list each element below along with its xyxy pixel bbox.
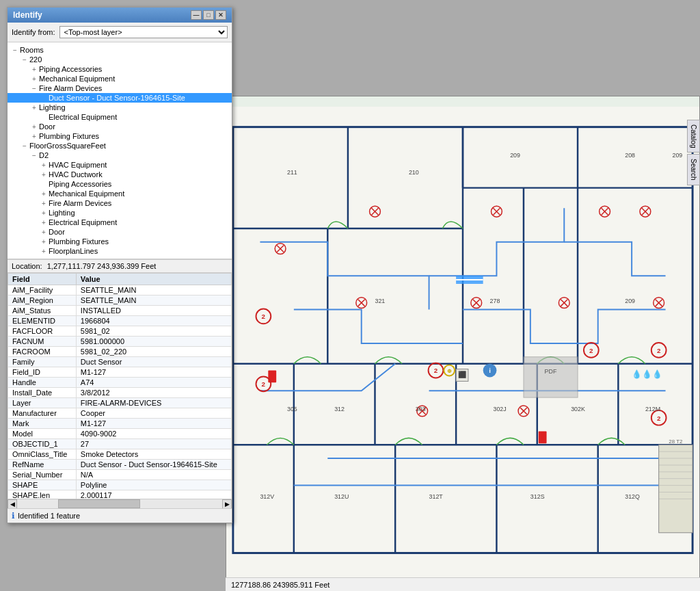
tree-item-piping-acc[interactable]: +Piping Accessories xyxy=(8,64,232,74)
panel-titlebar: Identify — □ ✕ xyxy=(8,8,232,23)
scroll-thumb[interactable] xyxy=(58,499,140,508)
titlebar-controls: — □ ✕ xyxy=(191,10,226,20)
table-row: AiM_RegionSEATTLE_MAIN xyxy=(8,296,232,306)
tree-item-d2[interactable]: −D2 xyxy=(8,150,232,160)
svg-rect-55 xyxy=(539,432,547,444)
svg-text:303: 303 xyxy=(416,406,426,412)
table-row: MarkM1-127 xyxy=(8,419,232,429)
identify-from-label: Identify from: xyxy=(12,28,55,36)
tree-item-mech-equip[interactable]: +Mechanical Equipment xyxy=(8,74,232,83)
svg-text:211: 211 xyxy=(287,169,297,176)
svg-text:302K: 302K xyxy=(571,406,585,412)
table-row: Serial_NumberN/A xyxy=(8,470,232,480)
svg-text:212M: 212M xyxy=(645,406,660,412)
table-row: SHAPEPolyline xyxy=(8,480,232,490)
table-row: Field_IDM1-127 xyxy=(8,367,232,378)
tree-item-lighting[interactable]: +Lighting xyxy=(8,103,232,112)
location-label: Location: xyxy=(12,262,42,270)
svg-text:i: i xyxy=(489,367,491,374)
table-row: RefNameDuct Sensor - Duct Sensor-1964615… xyxy=(8,460,232,470)
catalog-tab[interactable]: Catalog xyxy=(687,120,700,153)
svg-text:312U: 312U xyxy=(334,493,349,500)
table-row: Model4090-9002 xyxy=(8,429,232,439)
maximize-button[interactable]: □ xyxy=(203,10,214,20)
tree-item-fire-alarm[interactable]: −Fire Alarm Devices xyxy=(8,83,232,93)
location-value: 1,277,111.797 243,936.399 Feet xyxy=(47,262,157,270)
tree-item-elec-equip[interactable]: Electrical Equipment xyxy=(8,112,232,122)
table-row: AiM_FacilitySEATTLE_MAIN xyxy=(8,285,232,296)
attributes-panel: Field Value AiM_FacilitySEATTLE_MAINAiM_… xyxy=(8,273,232,508)
tree-item-plumbing[interactable]: +Plumbing Fixtures xyxy=(8,131,232,141)
svg-text:208: 208 xyxy=(625,152,635,159)
tree-item-door2[interactable]: +Door xyxy=(8,227,232,237)
scroll-track[interactable] xyxy=(17,499,222,508)
svg-text:312T: 312T xyxy=(429,493,444,500)
svg-text:⊕: ⊕ xyxy=(447,368,452,374)
svg-text:💧: 💧 xyxy=(642,369,652,379)
svg-text:209: 209 xyxy=(672,152,682,159)
panel-title: Identify xyxy=(13,10,42,20)
tree-item-hvac-equip[interactable]: +HVAC Equipment xyxy=(8,160,232,170)
side-tabs: Catalog Search xyxy=(687,120,700,187)
svg-text:2: 2 xyxy=(262,380,266,388)
identify-from-row: Identify from: <Top-most layer> xyxy=(8,23,232,42)
identify-from-select[interactable]: <Top-most layer> xyxy=(59,26,228,38)
location-bar: Location: 1,277,111.797 243,936.399 Feet xyxy=(8,259,232,273)
attributes-table: Field Value AiM_FacilitySEATTLE_MAINAiM_… xyxy=(8,273,232,499)
search-tab[interactable]: Search xyxy=(687,154,700,185)
table-row: ManufacturerCooper xyxy=(8,408,232,419)
status-text: Identified 1 feature xyxy=(18,512,80,520)
tree-item-mech-equip2[interactable]: +Mechanical Equipment xyxy=(8,189,232,198)
minimize-button[interactable]: — xyxy=(191,10,202,20)
table-row: OBJECTID_127 xyxy=(8,439,232,449)
table-row: SHAPE.len2.000117 xyxy=(8,490,232,499)
tree-item-duct-sensor[interactable]: Duct Sensor - Duct Sensor-1964615-Site xyxy=(8,93,232,103)
scroll-left-btn[interactable]: ◀ xyxy=(8,499,17,509)
svg-text:312: 312 xyxy=(334,406,345,412)
svg-text:2: 2 xyxy=(657,347,661,354)
map-window[interactable]: 2 2 2 2 2 2 ⊕ i 💧 💧 💧 PDF 211 xyxy=(226,96,700,591)
tree-item-plumbing2[interactable]: +Plumbing Fixtures xyxy=(8,237,232,246)
status-bar: ℹ Identified 1 feature xyxy=(8,508,232,523)
tree-item-piping-acc2[interactable]: Piping Accessories xyxy=(8,179,232,189)
tree-item-floorplan[interactable]: +FloorplanLines xyxy=(8,246,232,256)
svg-text:2: 2 xyxy=(657,415,661,422)
svg-text:302J: 302J xyxy=(493,406,506,412)
table-row: FamilyDuct Sensor xyxy=(8,357,232,367)
table-row: Install_Date3/8/2012 xyxy=(8,388,232,398)
svg-text:⬛: ⬛ xyxy=(458,370,467,379)
tree-item-door[interactable]: +Door xyxy=(8,122,232,131)
tree-item-rooms[interactable]: −Rooms xyxy=(8,45,232,55)
close-button[interactable]: ✕ xyxy=(215,10,226,20)
tree-item-fire-alarm2[interactable]: +Fire Alarm Devices xyxy=(8,198,232,208)
coord-bar: 1277188.86 243985.911 Feet xyxy=(226,577,700,591)
svg-text:321: 321 xyxy=(375,298,385,304)
svg-text:PDF: PDF xyxy=(545,368,557,375)
svg-text:2: 2 xyxy=(262,313,266,320)
attr-scrollbar-h[interactable]: ◀ ▶ xyxy=(8,499,232,508)
tree-item-hvac-duct[interactable]: +HVAC Ductwork xyxy=(8,170,232,179)
svg-text:210: 210 xyxy=(409,169,419,176)
tree-panel: −Rooms−220+Piping Accessories+Mechanical… xyxy=(8,42,232,259)
identify-panel: Identify — □ ✕ Identify from: <Top-most … xyxy=(7,7,232,523)
tree-item-lighting2[interactable]: +Lighting xyxy=(8,208,232,218)
table-row: FACFLOOR5981_02 xyxy=(8,326,232,337)
svg-text:2: 2 xyxy=(434,367,438,374)
tree-item-220[interactable]: −220 xyxy=(8,55,232,64)
col-value: Value xyxy=(76,274,231,285)
tree-item-floor-gross[interactable]: −FloorGrossSquareFeet xyxy=(8,141,232,150)
svg-text:28 T2: 28 T2 xyxy=(669,438,682,445)
svg-text:312Q: 312Q xyxy=(625,493,640,500)
svg-text:312S: 312S xyxy=(530,493,545,500)
coord-value: 1277188.86 243985.911 Feet xyxy=(231,581,329,589)
svg-text:278: 278 xyxy=(490,298,500,304)
col-field: Field xyxy=(8,274,77,285)
svg-text:305: 305 xyxy=(287,406,297,412)
scroll-right-btn[interactable]: ▶ xyxy=(222,499,232,509)
tree-item-elec-equip2[interactable]: +Electrical Equipment xyxy=(8,218,232,227)
svg-text:💧: 💧 xyxy=(652,369,662,379)
table-row: AiM_StatusINSTALLED xyxy=(8,306,232,316)
table-row: FACNUM5981.000000 xyxy=(8,337,232,347)
table-row: ELEMENTID1966804 xyxy=(8,316,232,326)
svg-text:312V: 312V xyxy=(260,493,274,500)
